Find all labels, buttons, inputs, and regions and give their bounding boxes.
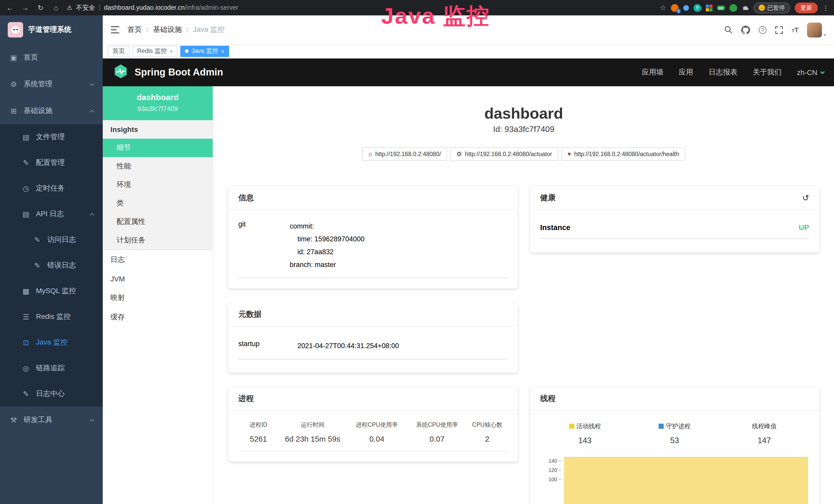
log-doc-icon: ✎ [33,236,42,244]
chevron-down-icon [90,82,94,86]
sidebar-item-log-center[interactable]: ✎ 日志中心 [0,381,103,407]
update-button[interactable]: 更新 [795,2,818,13]
actuator-link[interactable]: ⚙ http://192.168.0.2:48080/actuator [450,147,558,161]
info-row-git: git commit: time: 1596289704000 id: 27aa… [238,220,507,278]
sba-sidebar: dashboard 93a3fc7f7409 Insights 细节 性能 环境… [103,86,213,504]
back-icon[interactable]: ← [5,4,14,12]
sba-instance-header[interactable]: dashboard 93a3fc7f7409 [103,86,213,120]
sidebar-item-java-monitor[interactable]: ⊡ Java 监控 [0,330,103,356]
user-menu[interactable]: ▾ [807,22,826,37]
process-table: 进程ID 5261 运行时间 6d 23h 15m 59s 进程CPU使用率 [238,421,507,451]
instance-links: ⌂ http://192.168.0.2:48080/ ⚙ http://192… [228,147,819,161]
mysql-icon: ▩ [22,287,30,295]
sba-nav-journal[interactable]: 日志报表 [709,68,738,77]
sidebar-item-error-logs[interactable]: ✎ 错误日志 [0,253,103,278]
wrench-icon: ⚙ [456,151,462,158]
extension-icon-6[interactable] [729,4,737,12]
extensions-puzzle-icon[interactable] [742,4,749,11]
sidebar-item-access-logs[interactable]: ✎ 访问日志 [0,227,103,253]
main-column: 首页 / 基础设施 / Java 监控 ? TT [103,16,834,504]
sidebar-item-config-management[interactable]: ✎ 配置管理 [0,150,103,176]
font-size-icon[interactable]: TT [792,26,798,33]
tab-redis-monitor[interactable]: Redis 监控 × [133,45,177,57]
close-icon[interactable]: × [221,48,224,54]
sidebar-item-mysql-monitor[interactable]: ▩ MySQL 监控 [0,278,103,304]
github-icon[interactable] [741,25,750,34]
close-icon[interactable]: × [170,48,173,54]
sba-item-details[interactable]: 细节 [103,139,213,157]
sba-main: dashboard Id: 93a3fc7f7409 ⌂ http://192.… [213,86,834,504]
sba-nav-about[interactable]: 关于我们 [753,68,782,77]
browser-toolbar-right: ☆ 1 Y on 已暂停 更新 ⋮ [660,2,829,13]
sba-item-environment[interactable]: 环境 [103,176,213,194]
sba-item-logs[interactable]: 日志 [103,250,213,270]
sba-nav-wallboard[interactable]: 应用墙 [642,68,663,77]
sba-item-scheduled-tasks[interactable]: 计划任务 [103,231,213,250]
cpu-cores: 2 [467,434,507,443]
locale-selector[interactable]: zh-CN [797,68,824,76]
search-icon[interactable] [724,26,732,34]
admin-sidebar: 芋道管理系统 ▣ 首页 ⚙ 系统管理 ⊞ 基础设施 ▤ 文件管理 ✎ 配置管理 [0,16,103,504]
sba-header: Spring Boot Admin 应用墙 应用 日志报表 关于我们 zh-CN [103,59,834,86]
history-icon[interactable]: ↺ [802,193,809,203]
extension-icon-3[interactable]: Y [694,4,701,12]
browser-menu-icon[interactable]: ⋮ [822,4,829,12]
health-instance-row: Instance UP [540,220,809,239]
sba-title: Spring Boot Admin [135,67,223,78]
sidebar-item-api-logs[interactable]: ▤ API 日志 [0,201,103,227]
sidebar-toggle-icon[interactable] [111,26,119,33]
sidebar-item-system-management[interactable]: ⚙ 系统管理 [0,71,103,97]
chevron-down-icon [90,417,94,421]
breadcrumb-home[interactable]: 首页 [127,25,142,35]
sba-item-mappings[interactable]: 映射 [103,288,213,307]
browser-home-icon[interactable]: ⌂ [51,4,61,12]
eye-icon: ◎ [22,364,30,372]
profile-paused-badge[interactable]: 已暂停 [753,2,790,13]
process-card: 进程 进程ID 5261 运行时间 6d 23h 15m 59 [228,387,518,462]
bookmark-star-icon[interactable]: ☆ [660,4,666,12]
health-link[interactable]: ♥ http://192.168.0.2:48080/actuator/heal… [561,147,685,161]
java-monitor-icon: ⊡ [22,338,30,347]
sba-nav: 应用墙 应用 日志报表 关于我们 zh-CN [642,68,824,77]
forward-icon[interactable]: → [21,4,30,12]
process-pid: 5261 [238,434,279,443]
threads-card-title: 线程 [530,387,819,411]
sidebar-item-infrastructure[interactable]: ⊞ 基础设施 [0,97,103,124]
infrastructure-icon: ⊞ [9,107,18,115]
extension-icon-4[interactable] [706,4,712,11]
legend-swatch-live [569,424,574,429]
sba-nav-applications[interactable]: 应用 [679,68,693,77]
extension-icon-2[interactable] [683,5,689,10]
tools-icon: ⚒ [9,416,18,424]
sba-item-classes[interactable]: 类 [103,194,213,212]
sidebar-item-file-management[interactable]: ▤ 文件管理 [0,124,103,150]
app-title: 芋道管理系统 [28,25,71,35]
sidebar-item-trace[interactable]: ◎ 链路追踪 [0,356,103,381]
process-uptime: 6d 23h 15m 59s [279,434,347,443]
sba-item-jvm[interactable]: JVM [103,270,213,288]
extension-icon-5[interactable]: on [717,5,725,10]
sba-item-performance[interactable]: 性能 [103,157,213,176]
app-logo[interactable]: 芋道管理系统 [0,16,103,44]
fullscreen-icon[interactable] [775,26,783,33]
not-secure-warning-icon: ⚠ [67,4,72,11]
breadcrumb-infrastructure[interactable]: 基础设施 [153,25,182,35]
sba-item-caches[interactable]: 缓存 [103,307,213,327]
tab-home[interactable]: 首页 [108,45,129,57]
sidebar-item-scheduled-jobs[interactable]: ◷ 定时任务 [0,176,103,201]
info-card-title: 信息 [228,186,518,210]
tab-java-monitor[interactable]: Java 监控 × [180,45,229,57]
logo-avatar [8,22,23,38]
sidebar-item-home[interactable]: ▣ 首页 [0,44,103,71]
address-bar[interactable]: ⚠ 不安全 | dashboard.yudao.iocoder.cn/infra… [67,3,654,12]
heartbeat-icon: ♥ [567,151,571,158]
sba-item-config-props[interactable]: 配置属性 [103,212,213,231]
log-center-icon: ✎ [22,390,30,398]
sidebar-item-dev-tools[interactable]: ⚒ 研发工具 [0,407,103,433]
extension-icon-1[interactable]: 1 [671,4,679,12]
sidebar-item-redis-monitor[interactable]: ☰ Redis 监控 [0,304,103,330]
instance-home-link[interactable]: ⌂ http://192.168.0.2:48080/ [363,147,447,161]
refresh-icon[interactable]: ↻ [36,4,45,12]
help-icon[interactable]: ? [759,26,766,33]
peak-threads-value: 147 [758,436,771,445]
